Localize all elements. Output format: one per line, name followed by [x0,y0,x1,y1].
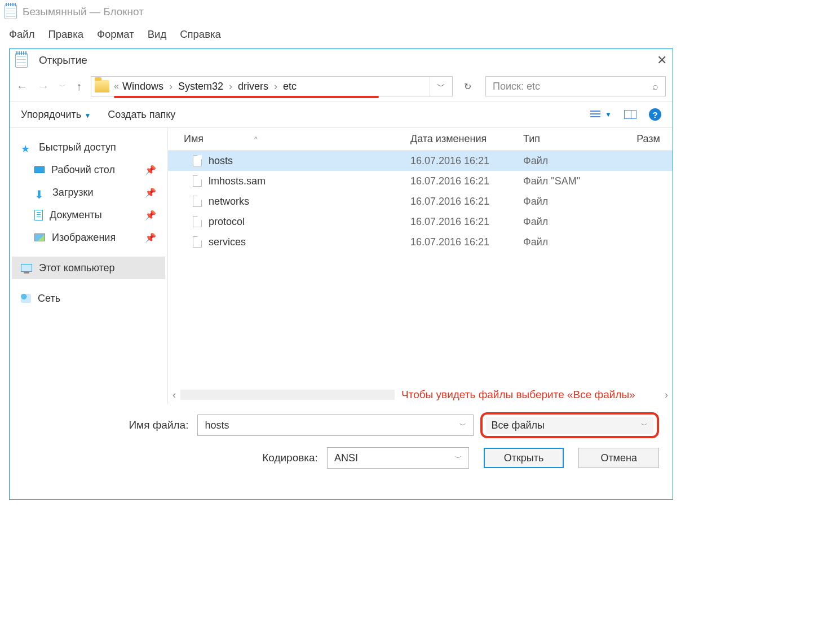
preview-pane-icon[interactable] [624,110,636,119]
file-icon [193,216,202,227]
view-mode-button[interactable]: ▼ [590,111,612,118]
file-type: Файл [523,216,619,228]
organize-button[interactable]: Упорядочить ▼ [21,109,91,121]
file-icon [193,175,202,187]
scrollbar-horizontal[interactable] [180,390,395,400]
sidebar-item-label: Этот компьютер [39,262,115,274]
open-dialog: Открытие ✕ ← → ﹀ ↑ « Windows› System32› … [9,48,673,500]
filetype-select[interactable]: Все файлы ﹀ [486,417,653,434]
pin-icon: 📌 [145,165,156,175]
file-date: 16.07.2016 16:21 [410,175,523,187]
annotation-text: Чтобы увидеть файлы выберите «Все файлы» [401,389,635,401]
file-row[interactable]: services16.07.2016 16:21Файл [168,232,673,252]
pin-icon: 📌 [145,187,156,198]
chevron-down-icon: ﹀ [641,421,648,430]
sidebar-item-label: Изображения [52,232,116,244]
breadcrumb-item-etc[interactable]: etc [283,81,297,92]
file-date: 16.07.2016 16:21 [410,196,523,208]
notepad-menubar: Файл Правка Формат Вид Справка [0,24,840,48]
dialog-title: Открытие [39,54,87,67]
list-view-icon [590,111,600,118]
encoding-label: Кодировка: [23,452,327,464]
breadcrumb-dropdown-icon[interactable]: ﹀ [430,77,452,96]
search-placeholder: Поиск: etc [493,81,540,92]
file-date: 16.07.2016 16:21 [410,216,523,228]
file-type: Файл [523,155,619,167]
column-header-date[interactable]: Дата изменения [410,133,523,145]
file-date: 16.07.2016 16:21 [410,155,523,167]
nav-forward-icon: → [38,80,49,93]
scroll-left-icon[interactable]: ‹ [173,389,176,401]
refresh-icon[interactable]: ↻ [456,76,479,96]
sidebar-item-this-pc[interactable]: Этот компьютер [12,257,165,279]
chevron-down-icon: ▼ [605,111,612,118]
computer-icon [21,264,32,272]
sidebar-item-documents[interactable]: Документы 📌 [12,204,165,226]
sidebar-item-downloads[interactable]: ⬇ Загрузки 📌 [12,181,165,204]
encoding-value: ANSI [334,452,358,464]
file-icon [193,155,202,166]
cancel-button[interactable]: Отмена [578,448,659,468]
breadcrumb-item-system32[interactable]: System32 [178,81,223,92]
open-button[interactable]: Открыть [484,448,564,468]
search-input[interactable]: Поиск: etc ⌕ [485,76,666,96]
menu-format[interactable]: Формат [97,28,134,41]
file-name: protocol [209,216,245,228]
chevron-down-icon: ﹀ [459,421,466,430]
sidebar-item-desktop[interactable]: Рабочий стол 📌 [12,158,165,181]
file-list-header: Имя^ Дата изменения Тип Разм [168,128,673,151]
file-name: lmhosts.sam [209,175,266,187]
column-header-size[interactable]: Разм [619,133,673,145]
filename-value: hosts [205,420,229,431]
notepad-titlebar: Безымянный — Блокнот [0,0,840,24]
menu-help[interactable]: Справка [180,28,221,41]
file-icon [193,196,202,207]
sidebar-item-label: Рабочий стол [51,164,115,176]
nav-up-icon[interactable]: ↑ [76,80,82,93]
column-header-type[interactable]: Тип [523,133,619,145]
file-name: services [209,236,246,248]
annotation-underline [114,96,379,98]
new-folder-button[interactable]: Создать папку [108,109,175,121]
file-type: Файл [523,196,619,208]
search-icon: ⌕ [652,81,658,92]
pin-icon: 📌 [145,210,156,221]
encoding-select[interactable]: ANSI ﹀ [327,447,469,469]
file-row[interactable]: protocol16.07.2016 16:21Файл [168,211,673,232]
breadcrumb-overflow[interactable]: « [114,81,119,91]
chevron-down-icon: ▼ [82,112,91,120]
file-row[interactable]: lmhosts.sam16.07.2016 16:21Файл "SAM" [168,171,673,191]
scroll-right-icon[interactable]: › [665,389,668,401]
pictures-icon [34,233,45,241]
file-type: Файл [523,236,619,248]
file-row[interactable]: hosts16.07.2016 16:21Файл [168,151,673,171]
document-icon [34,210,43,221]
notepad-title-text: Безымянный — Блокнот [23,6,144,18]
network-icon [21,294,31,303]
folder-icon [95,80,109,92]
download-icon: ⬇ [34,188,46,197]
filename-input[interactable]: hosts ﹀ [197,414,473,436]
column-header-name[interactable]: Имя^ [168,133,410,145]
filetype-value: Все файлы [492,420,545,431]
sidebar-item-quick-access[interactable]: ★ Быстрый доступ [12,136,165,158]
file-icon [193,236,202,248]
pin-icon: 📌 [145,232,156,243]
nav-back-icon[interactable]: ← [16,80,28,93]
breadcrumb-item-windows[interactable]: Windows [122,81,163,92]
breadcrumb[interactable]: « Windows› System32› drivers› etc ﹀ [91,76,453,96]
nav-recent-dropdown-icon[interactable]: ﹀ [59,82,66,91]
menu-view[interactable]: Вид [148,28,166,41]
navigation-sidebar: ★ Быстрый доступ Рабочий стол 📌 ⬇ Загруз… [10,128,167,404]
sidebar-item-label: Документы [50,209,102,221]
menu-edit[interactable]: Правка [48,28,83,41]
file-row[interactable]: networks16.07.2016 16:21Файл [168,191,673,211]
breadcrumb-item-drivers[interactable]: drivers [238,81,268,92]
dialog-icon [15,53,28,68]
help-icon[interactable]: ? [649,108,661,121]
menu-file[interactable]: Файл [9,28,34,41]
close-icon[interactable]: ✕ [657,54,667,67]
sidebar-item-network[interactable]: Сеть [12,287,165,310]
file-list: Имя^ Дата изменения Тип Разм hosts16.07.… [167,128,673,404]
sidebar-item-pictures[interactable]: Изображения 📌 [12,226,165,249]
